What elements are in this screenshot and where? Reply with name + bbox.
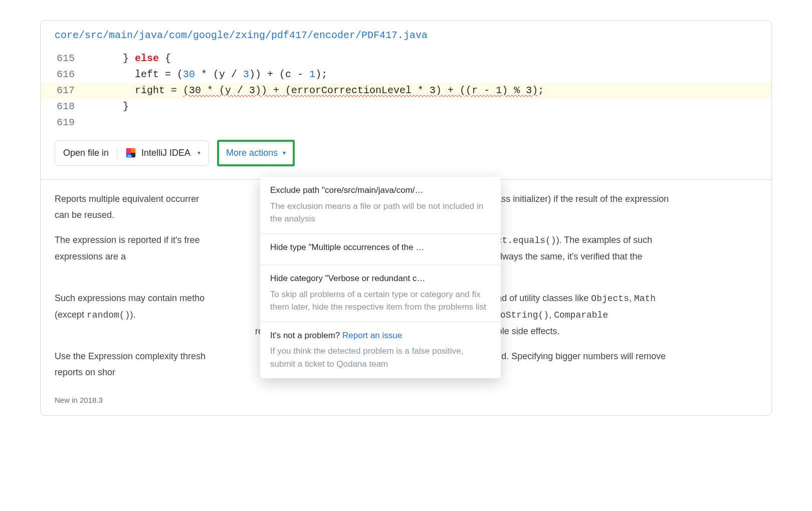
- code-line: }: [87, 99, 771, 115]
- popover-item-hide-type[interactable]: Hide type "Multiple occurrences of the …: [260, 233, 501, 265]
- more-actions-popover: Exclude path "core/src/main/java/com/… T…: [260, 177, 501, 378]
- toolbar: Open file in IntelliJ IDEA ▾ More: [41, 140, 771, 179]
- popover-item-hide-category[interactable]: Hide category "Verbose or redundant c… T…: [260, 265, 501, 322]
- more-actions-button[interactable]: More actions ▾: [217, 140, 295, 166]
- new-in-note: New in 2018.3: [41, 394, 771, 415]
- line-number: 617: [41, 83, 87, 99]
- open-in-ide-button[interactable]: Open file in IntelliJ IDEA ▾: [55, 140, 209, 166]
- code-line: left = (30 * (y / 3)) + (c - 1);: [87, 67, 771, 83]
- code-line: } else {: [87, 51, 771, 67]
- line-number: 618: [41, 99, 87, 115]
- report-issue-link[interactable]: Report an issue: [342, 331, 402, 340]
- chevron-down-icon: ▾: [197, 148, 200, 158]
- code-row-highlighted: 617 right = (30 * (y / 3)) + (errorCorre…: [41, 83, 771, 99]
- file-path-link[interactable]: core/src/main/java/com/google/zxing/pdf4…: [55, 30, 428, 41]
- line-number: 619: [41, 115, 87, 131]
- problem-panel: core/src/main/java/com/google/zxing/pdf4…: [40, 20, 772, 416]
- code-block: 615 } else { 616 left = (30 * (y / 3)) +…: [41, 48, 771, 140]
- popover-item-report-issue[interactable]: It's not a problem? Report an issue If y…: [260, 322, 501, 379]
- intellij-icon: [125, 147, 136, 158]
- code-row: 619: [41, 115, 771, 131]
- file-path[interactable]: core/src/main/java/com/google/zxing/pdf4…: [41, 21, 771, 48]
- chevron-down-icon: ▾: [283, 148, 286, 158]
- svg-rect-3: [126, 153, 131, 157]
- line-number: 616: [41, 67, 87, 83]
- open-in-label[interactable]: Open file in: [55, 141, 117, 165]
- code-row: 616 left = (30 * (y / 3)) + (c - 1);: [41, 67, 771, 83]
- svg-rect-1: [126, 148, 131, 153]
- line-number: 615: [41, 51, 87, 67]
- warning-squiggle: (30 * (y / 3)) + (errorCorrectionLevel *…: [183, 85, 538, 96]
- code-line: right = (30 * (y / 3)) + (errorCorrectio…: [87, 83, 771, 99]
- popover-item-exclude-path[interactable]: Exclude path "core/src/main/java/com/… T…: [260, 177, 501, 233]
- svg-rect-2: [131, 148, 135, 153]
- code-row: 618 }: [41, 99, 771, 115]
- svg-rect-4: [128, 156, 132, 157]
- ide-selector[interactable]: IntelliJ IDEA ▾: [117, 141, 209, 165]
- code-row: 615 } else {: [41, 51, 771, 67]
